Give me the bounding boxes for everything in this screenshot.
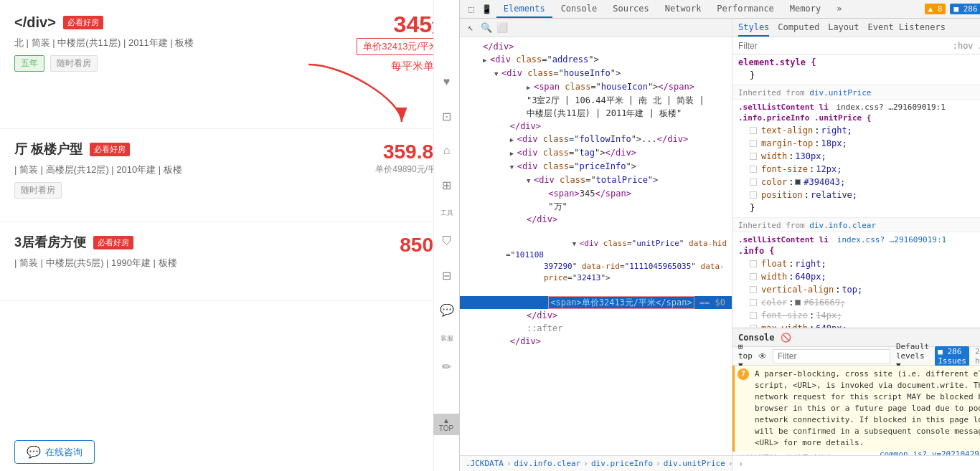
cb-color-2[interactable]	[750, 299, 757, 306]
location-icon[interactable]: ⌂	[437, 141, 457, 161]
html-line-8[interactable]: ▼<div class="priceInfo">	[460, 160, 732, 173]
hov-label[interactable]: :hov	[953, 41, 974, 51]
html-line-2[interactable]: ▼<div class="houseInfo">	[460, 67, 732, 80]
listing-tag-hot-1: 必看好房	[63, 16, 103, 29]
cb-text-align[interactable]	[750, 127, 757, 134]
html-line-15[interactable]: </div>	[460, 309, 732, 322]
console-ban-icon[interactable]: 🚫	[781, 333, 791, 343]
cb-font-size-2[interactable]	[750, 312, 757, 319]
html-line-4b[interactable]: 中楼层(共11层) | 2011年建 | 板楼"	[460, 107, 732, 120]
tag-suishi: 随时看房	[50, 55, 98, 72]
warning-source[interactable]: common.js? v=20210429160909:2	[880, 449, 980, 455]
cls-label[interactable]: .cls	[978, 41, 980, 51]
compare-icon[interactable]: ⊡	[437, 106, 457, 126]
console-filter-input[interactable]	[773, 349, 890, 363]
val-width-2: 640px;	[795, 271, 826, 282]
tools-icon[interactable]: ⊞	[437, 175, 457, 195]
top-label: TOP	[435, 424, 458, 432]
icon-sidebar: ♥ ⊡ ⌂ ⊞ 工具 ⛉ ⊟ 💬 客服 ✏	[433, 0, 459, 471]
styles-tab-event-listeners[interactable]: Event Listeners	[868, 19, 946, 37]
css-source-3[interactable]: index.css? …291609019:1	[837, 235, 946, 244]
html-line-6[interactable]: ▶<div class="followInfo">...</div>	[460, 133, 732, 146]
console-input[interactable]	[748, 459, 980, 469]
cb-width-2[interactable]	[750, 273, 757, 280]
styles-filter-input[interactable]	[738, 41, 947, 51]
cb-width[interactable]	[750, 153, 757, 160]
tab-sources[interactable]: Sources	[606, 1, 656, 18]
html-line-9[interactable]: ▼<div class="totalPrice">	[460, 173, 732, 187]
tab-console[interactable]: Console	[554, 1, 605, 18]
cursor-icon[interactable]: ↖	[464, 22, 477, 34]
breadcrumb-priceinfo[interactable]: div.priceInfo	[591, 459, 653, 468]
styles-section: element.style { } Inherited from div.uni…	[732, 54, 980, 328]
styles-tab-styles[interactable]: Styles	[738, 19, 769, 37]
listing-name-1: </div>	[14, 14, 56, 31]
cb-vertical-align[interactable]	[750, 286, 757, 293]
cb-float[interactable]	[750, 260, 757, 267]
html-line-12[interactable]: </div>	[460, 213, 732, 226]
css-line-vertical-align: vertical-align: top;	[738, 283, 980, 296]
css-selector-3: .sellListContent li	[738, 235, 829, 244]
css-selector-2c: .info.priceInfo .unitPrice {	[738, 113, 871, 123]
listing-item-1: </div> 必看好房 北 | 简装 | 中楼层(共11层) | 2011年建 …	[0, 0, 459, 129]
inherited-info-clear: Inherited from div.info.clear	[732, 218, 980, 232]
console-eye-icon[interactable]: 👁	[758, 351, 767, 361]
css-rule-header-1: element.style {	[738, 57, 980, 67]
html-line-17[interactable]: </div>	[460, 335, 732, 348]
search-icon[interactable]: 🔍	[480, 22, 493, 34]
prop-float: float	[761, 258, 787, 270]
html-line-14[interactable]: <span>单价32413元/平米</span> == $0	[460, 296, 732, 309]
shield-icon[interactable]: ⛉	[437, 232, 457, 252]
html-line-10[interactable]: <span>345</span>	[460, 187, 732, 200]
breadcrumb-unitprice[interactable]: div.unitPrice	[664, 459, 725, 468]
inherited-from-info[interactable]: div.info.clear	[809, 221, 876, 230]
tab-performance[interactable]: Performance	[710, 1, 781, 18]
edit-icon[interactable]: ✏	[437, 357, 457, 377]
expand-icon[interactable]: ⊟	[437, 266, 457, 286]
html-line-3[interactable]: ▶<span class="houseIcon"></span>	[460, 80, 732, 94]
inspect-icon[interactable]: ⬚	[466, 2, 477, 16]
device-toolbar-icon[interactable]: ⬜	[496, 22, 509, 34]
tab-network[interactable]: Network	[658, 1, 709, 18]
console-title: Console	[738, 333, 775, 343]
color-swatch-2	[795, 300, 801, 305]
html-line-16[interactable]: ::after	[460, 322, 732, 335]
breadcrumb-info-clear[interactable]: div.info.clear	[514, 459, 581, 468]
val-font-size: 12px;	[816, 163, 842, 175]
styles-tab-layout[interactable]: Layout	[828, 19, 859, 37]
device-icon[interactable]: 📱	[479, 3, 495, 16]
html-line-0[interactable]: </div>	[460, 40, 732, 53]
heart-icon[interactable]: ♥	[437, 72, 457, 92]
tab-elements[interactable]: Elements	[496, 1, 552, 18]
tab-more[interactable]: »	[829, 1, 849, 18]
html-line-4[interactable]: "3室2厅 | 106.44平米 | 南 北 | 简装 |	[460, 94, 732, 107]
val-vertical-align: top;	[842, 284, 862, 295]
online-chat-button[interactable]: 💬 在线咨询	[14, 440, 95, 464]
css-rule-header-3b: .info {	[738, 246, 980, 256]
styles-tab-computed[interactable]: Computed	[778, 19, 819, 37]
top-button[interactable]: ▲ TOP	[433, 414, 459, 435]
html-line-13[interactable]: ▼<div class="unitPrice" data-hid="101108…	[460, 226, 732, 296]
inherited-from-unitprice[interactable]: div.unitPrice	[809, 88, 871, 97]
html-line-5[interactable]: </div>	[460, 120, 732, 133]
console-prompt-icon: ›	[738, 459, 743, 469]
val-margin-top: 18px;	[821, 138, 847, 149]
breadcrumb-jckdata[interactable]: .JCKDATA	[466, 459, 504, 468]
cb-margin-top[interactable]	[750, 140, 757, 147]
val-text-align: right;	[821, 125, 852, 136]
tab-memory[interactable]: Memory	[783, 1, 828, 18]
console-warning-message: 7 A parser-blocking, cross site (i.e. di…	[732, 366, 980, 452]
chat-icon[interactable]: 💬	[437, 300, 457, 320]
prop-margin-top: margin-top	[761, 138, 813, 149]
cb-position[interactable]	[750, 191, 757, 199]
cb-font-size[interactable]	[750, 166, 757, 173]
devtools-main: ↖ 🔍 ⬜ </div> ▶<div class="address"> ▼<di…	[460, 19, 980, 471]
issues-count: ■ 286 Issues	[935, 346, 969, 366]
elements-content: </div> ▶<div class="address"> ▼<div clas…	[460, 37, 732, 455]
html-line-1[interactable]: ▶<div class="address">	[460, 53, 732, 67]
cb-color[interactable]	[750, 179, 757, 186]
devtools-panel: ⬚ 📱 Elements Console Sources Network Per…	[459, 0, 980, 471]
css-line-margin-top: margin-top: 18px;	[738, 137, 980, 150]
html-line-11[interactable]: "万"	[460, 200, 732, 213]
html-line-7[interactable]: ▶<div class="tag"></div>	[460, 146, 732, 160]
